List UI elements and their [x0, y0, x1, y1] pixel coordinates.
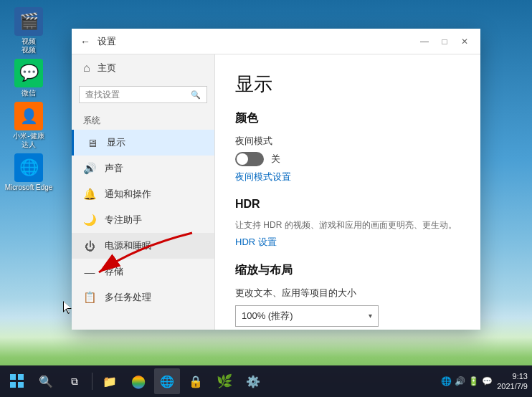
sidebar-multitask-label: 多任务处理 — [105, 291, 151, 304]
multitask-icon: 📋 — [83, 291, 96, 304]
chevron-down-icon: ▾ — [369, 312, 372, 320]
night-mode-toggle[interactable] — [235, 152, 264, 166]
close-button[interactable]: ✕ — [457, 34, 472, 49]
taskbar-edge-button[interactable]: 🌐 — [154, 368, 180, 394]
scale-description: 更改文本、应用等项目的大小 — [235, 287, 460, 300]
chrome-icon: ⬤ — [131, 373, 146, 389]
system-tray: 🌐 🔊 🔋 💬 — [441, 376, 493, 386]
hdr-settings-link[interactable]: HDR 设置 — [235, 236, 460, 249]
notification-icon: 🔔 — [83, 188, 96, 201]
maximize-button[interactable]: □ — [437, 34, 452, 49]
toggle-knob — [237, 153, 248, 165]
hdr-description: 让支持 HDR 的视频、游戏和应用的画面更明亮、更生动。 — [235, 219, 460, 231]
sidebar-item-storage[interactable]: — 存储 — [72, 259, 214, 284]
fileexplorer-icon: 📁 — [103, 375, 117, 388]
sidebar-focus-label: 专注助手 — [105, 214, 142, 226]
sidebar-item-sound[interactable]: 🔊 声音 — [72, 156, 214, 181]
sidebar-home-button[interactable]: ⌂ 主页 — [72, 54, 214, 82]
settings-sidebar: ⌂ 主页 🔍 系统 🖥 显示 🔊 声音 🔔 — [72, 54, 215, 330]
settings-gear-icon: ⚙️ — [246, 375, 260, 388]
hdr-section: HDR 让支持 HDR 的视频、游戏和应用的画面更明亮、更生动。 HDR 设置 — [235, 198, 460, 249]
display-icon: 🖥 — [85, 137, 98, 149]
desktop-icon-xiaomi[interactable]: 👤 小米-健康达人 — [4, 102, 54, 149]
svg-marker-1 — [63, 301, 72, 314]
taskbar: 🔍 ⧉ 📁 ⬤ 🌐 🔒 🌿 ⚙️ 🌐 🔊 — [0, 365, 532, 397]
color-section-heading: 颜色 — [235, 111, 460, 126]
search-icon: 🔍 — [191, 90, 201, 100]
night-mode-value: 关 — [271, 153, 280, 166]
taskbar-fileexplorer-button[interactable]: 📁 — [97, 368, 123, 394]
sidebar-display-label: 显示 — [107, 136, 125, 149]
search-icon: 🔍 — [39, 375, 53, 388]
window-body: ⌂ 主页 🔍 系统 🖥 显示 🔊 声音 🔔 — [72, 54, 480, 330]
desktop-icon-video[interactable]: 🎬 视频视频 — [4, 7, 54, 54]
sidebar-item-display[interactable]: 🖥 显示 — [72, 130, 214, 156]
green-icon: 🌿 — [217, 373, 232, 389]
clock-date: 2021/7/9 — [497, 381, 528, 391]
window-title: 设置 — [98, 35, 417, 48]
night-mode-settings-link[interactable]: 夜间模式设置 — [235, 171, 460, 183]
sidebar-storage-label: 存储 — [105, 265, 123, 278]
svg-marker-2 — [64, 302, 71, 313]
minimize-button[interactable]: — — [417, 34, 432, 49]
desktop-icon-label: 小米-健康达人 — [13, 132, 44, 149]
volume-icon[interactable]: 🔊 — [455, 376, 465, 386]
hdr-heading: HDR — [235, 198, 460, 211]
taskbar-settings-button[interactable]: ⚙️ — [240, 368, 266, 394]
network-icon[interactable]: 🌐 — [441, 376, 452, 386]
night-mode-label: 夜间模式 — [235, 135, 460, 148]
home-icon: ⌂ — [83, 62, 90, 75]
lock-icon: 🔒 — [189, 375, 203, 388]
back-button[interactable]: ← — [80, 36, 90, 47]
taskbar-clock[interactable]: 9:13 2021/7/9 — [497, 371, 528, 392]
sidebar-section-label: 系统 — [72, 107, 214, 130]
desktop-icon-label: Microsoft Edge — [5, 183, 53, 192]
battery-icon[interactable]: 🔋 — [468, 376, 479, 386]
sidebar-power-label: 电源和睡眠 — [105, 239, 151, 252]
taskbar-divider — [92, 373, 92, 390]
sidebar-notification-label: 通知和操作 — [105, 188, 151, 201]
taskbar-green-button[interactable]: 🌿 — [212, 368, 237, 394]
taskbar-search-button[interactable]: 🔍 — [33, 368, 59, 394]
storage-icon: — — [83, 266, 96, 278]
sidebar-search-box[interactable]: 🔍 — [79, 86, 207, 103]
scale-section: 缩放与布局 更改文本、应用等项目的大小 100% (推荐) ▾ — [235, 263, 460, 327]
desktop-icons-area: 🎬 视频视频 💬 微信 👤 小米-健康达人 🌐 Microsoft Edge — [0, 0, 57, 344]
scale-dropdown[interactable]: 100% (推荐) ▾ — [235, 305, 379, 327]
sidebar-item-power[interactable]: ⏻ 电源和睡眠 — [72, 233, 214, 259]
sound-icon: 🔊 — [83, 162, 96, 175]
window-titlebar: ← 设置 — □ ✕ — [72, 29, 480, 54]
sidebar-sound-label: 声音 — [105, 162, 123, 175]
scale-dropdown-value: 100% (推荐) — [242, 310, 293, 322]
windows-logo-icon — [10, 374, 24, 388]
focus-icon: 🌙 — [83, 214, 96, 226]
desktop-icon-wechat[interactable]: 💬 微信 — [4, 59, 54, 97]
desktop: 🎬 视频视频 💬 微信 👤 小米-健康达人 🌐 Microsoft Edge — [0, 0, 532, 397]
desktop-icon-label: 视频视频 — [22, 37, 36, 54]
scale-heading: 缩放与布局 — [235, 263, 460, 278]
taskbar-taskview-button[interactable]: ⧉ — [62, 368, 87, 394]
sidebar-item-multitask[interactable]: 📋 多任务处理 — [72, 284, 214, 310]
settings-content: 显示 颜色 夜间模式 关 夜间模式设置 HDR 让支持 HDR 的视频、游戏和应… — [215, 54, 480, 330]
taskbar-lock-button[interactable]: 🔒 — [183, 368, 209, 394]
night-mode-row: 关 — [235, 152, 460, 166]
clock-time: 9:13 — [497, 371, 528, 381]
taskbar-chrome-button[interactable]: ⬤ — [125, 368, 151, 394]
edge-icon: 🌐 — [160, 375, 174, 388]
start-button[interactable] — [4, 368, 30, 394]
window-controls: — □ ✕ — [417, 34, 472, 49]
search-input[interactable] — [85, 90, 186, 100]
desktop-icon-label: 微信 — [22, 89, 36, 97]
power-icon: ⏻ — [83, 240, 96, 252]
settings-window: ← 设置 — □ ✕ ⌂ 主页 🔍 系统 — [72, 29, 480, 330]
page-title: 显示 — [235, 72, 460, 97]
home-label: 主页 — [98, 62, 116, 75]
sidebar-item-focus[interactable]: 🌙 专注助手 — [72, 207, 214, 233]
desktop-icon-edge[interactable]: 🌐 Microsoft Edge — [4, 153, 54, 192]
notification-icon[interactable]: 💬 — [482, 376, 493, 386]
sidebar-item-notification[interactable]: 🔔 通知和操作 — [72, 181, 214, 207]
taskview-icon: ⧉ — [71, 376, 78, 388]
taskbar-right: 🌐 🔊 🔋 💬 9:13 2021/7/9 — [441, 371, 528, 392]
